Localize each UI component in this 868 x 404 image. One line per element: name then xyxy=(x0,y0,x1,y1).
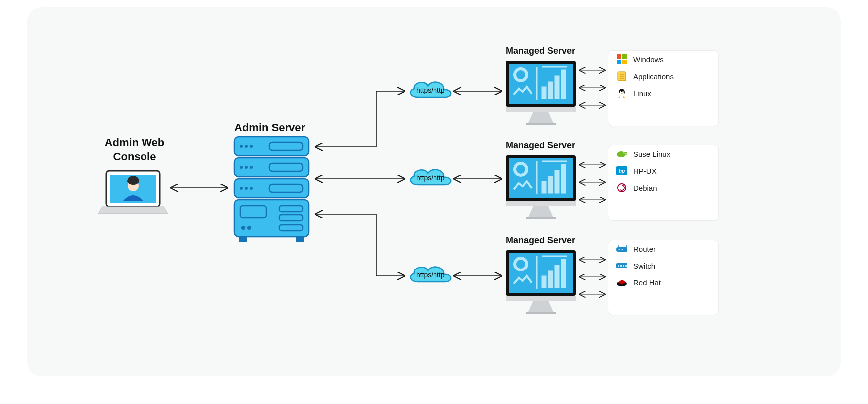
system-row-linux: Linux xyxy=(608,85,718,102)
system-box-1: Windows Applications Linux xyxy=(608,50,719,126)
svg-rect-26 xyxy=(239,237,247,242)
laptop-icon xyxy=(98,171,168,214)
svg-point-55 xyxy=(619,249,620,250)
diagram-panel: Admin Web Console Admin Server https/htt… xyxy=(27,7,841,376)
svg-point-49 xyxy=(617,151,626,157)
protocol-label-3: https/http xyxy=(416,271,445,279)
diagram-svg xyxy=(27,7,841,376)
protocol-label-2: https/http xyxy=(416,174,445,182)
svg-rect-39 xyxy=(617,60,621,64)
system-row-router: Router xyxy=(608,240,718,257)
managed-server-monitor-2 xyxy=(506,155,576,219)
managed-server-title-2: Managed Server xyxy=(506,140,575,151)
system-label: Switch xyxy=(633,262,655,270)
system-row-windows: Windows xyxy=(608,51,718,68)
hpux-icon: hp xyxy=(616,166,627,176)
svg-rect-63 xyxy=(625,265,627,267)
router-icon xyxy=(616,244,627,254)
system-label: HP-UX xyxy=(633,167,657,175)
system-row-switch: Switch xyxy=(608,257,718,274)
system-label: Red Hat xyxy=(633,278,661,287)
debian-icon xyxy=(616,183,627,193)
connector-server-cloud-1 xyxy=(316,91,404,147)
system-label: Debian xyxy=(633,184,657,192)
system-box-2: Suse Linux hp HP-UX Debian xyxy=(608,145,719,221)
svg-point-48 xyxy=(622,91,623,92)
protocol-label-1: https/http xyxy=(416,86,445,94)
managed-server-title-3: Managed Server xyxy=(506,235,575,246)
system-row-redhat: Red Hat xyxy=(608,274,718,291)
server-rack-icon xyxy=(234,137,309,242)
svg-rect-40 xyxy=(622,60,627,64)
system-label: Applications xyxy=(633,72,674,81)
system-box-3: Router Switch Red Hat xyxy=(608,240,719,315)
managed-server-title-1: Managed Server xyxy=(506,46,575,56)
svg-text:hp: hp xyxy=(619,168,625,174)
system-row-hpux: hp HP-UX xyxy=(608,162,718,179)
switch-icon xyxy=(616,261,627,270)
svg-rect-38 xyxy=(622,54,627,59)
svg-rect-62 xyxy=(623,265,624,267)
admin-server-title: Admin Server xyxy=(234,121,305,134)
svg-rect-27 xyxy=(296,237,304,242)
system-label: Suse Linux xyxy=(633,150,670,158)
admin-web-console-title: Admin Web Console xyxy=(85,136,184,163)
svg-point-51 xyxy=(623,153,624,153)
suse-icon xyxy=(616,149,627,159)
windows-icon xyxy=(616,54,627,64)
linux-icon xyxy=(616,88,627,98)
svg-point-56 xyxy=(622,249,623,250)
system-label: Windows xyxy=(633,55,664,64)
applications-icon xyxy=(616,71,627,81)
redhat-icon xyxy=(616,277,627,287)
svg-rect-61 xyxy=(620,265,622,267)
system-row-applications: Applications xyxy=(608,68,718,85)
system-row-debian: Debian xyxy=(608,179,718,196)
svg-point-24 xyxy=(247,226,251,230)
svg-point-47 xyxy=(620,91,621,92)
system-row-suse: Suse Linux xyxy=(608,145,718,162)
svg-rect-60 xyxy=(618,265,619,267)
system-label: Linux xyxy=(633,89,651,98)
managed-server-monitor-3 xyxy=(506,250,576,314)
svg-point-23 xyxy=(241,226,245,230)
system-label: Router xyxy=(633,245,656,253)
managed-server-monitor-1 xyxy=(506,61,576,125)
svg-rect-37 xyxy=(617,54,621,59)
connector-server-cloud-3 xyxy=(316,214,404,276)
